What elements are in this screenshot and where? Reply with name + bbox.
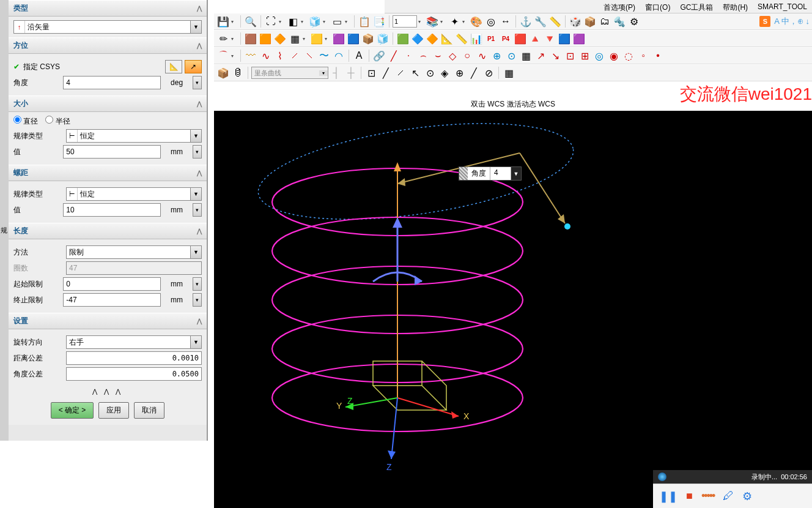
sketch-icon[interactable]: ✏ <box>216 32 230 45</box>
radius-radio[interactable]: 半径 <box>45 116 70 127</box>
menu-preferences[interactable]: 首选项(P) <box>599 0 640 13</box>
palette-icon[interactable]: 🎨 <box>470 15 483 28</box>
snap2-icon[interactable]: ╱ <box>379 66 393 80</box>
arc1-icon[interactable]: ⌢ <box>416 49 430 62</box>
more5-icon[interactable]: ↘ <box>548 49 562 62</box>
curve-type-combo[interactable]: 里条曲线▾ <box>251 67 328 79</box>
cube-icon[interactable]: 🧊 <box>308 15 322 28</box>
snap5-icon[interactable]: ⊙ <box>423 66 437 80</box>
circ3-icon[interactable]: ◉ <box>607 49 621 62</box>
end-stepper[interactable]: ▾ <box>193 293 202 307</box>
poly-icon[interactable]: ◇ <box>446 49 459 62</box>
size-stepper[interactable]: ▾ <box>193 145 202 159</box>
more1-icon[interactable]: ⊕ <box>490 49 503 62</box>
ext2-icon[interactable]: 🟧 <box>259 32 272 45</box>
pitch-value-input[interactable] <box>63 203 161 217</box>
search-icon[interactable]: 🔍 <box>244 15 257 28</box>
section-orient-header[interactable]: 方位⋀ <box>9 37 207 54</box>
layers-icon[interactable]: 📑 <box>372 15 386 28</box>
feat5-icon[interactable]: 🧊 <box>376 32 389 45</box>
grid-icon[interactable]: ▦ <box>288 32 301 45</box>
annot-value[interactable]: 4 <box>490 167 511 180</box>
spl-icon[interactable]: ∿ <box>475 49 489 62</box>
grid2-icon[interactable]: ▦ <box>502 66 515 80</box>
surf6-icon[interactable]: 📊 <box>470 32 483 45</box>
cube2-icon[interactable]: 🎲 <box>569 15 582 28</box>
menu-help[interactable]: 帮助(H) <box>718 0 753 13</box>
section-settings-header[interactable]: 设置⋀ <box>9 313 207 329</box>
length-method-combo[interactable]: 限制 ▼ <box>66 245 202 259</box>
rotation-combo[interactable]: 右手 ▼ <box>66 335 202 349</box>
target-icon[interactable]: ◎ <box>484 15 498 28</box>
section-size-header[interactable]: 大小⋀ <box>9 95 207 112</box>
ext3-icon[interactable]: 🔶 <box>273 32 287 45</box>
section-length-header[interactable]: 长度⋀ <box>9 223 207 239</box>
cyl-icon[interactable]: 🛢 <box>231 66 245 80</box>
surf2-icon[interactable]: 🔷 <box>411 32 424 45</box>
menu-smarttool[interactable]: SMART_TOOL <box>753 0 812 13</box>
circ2-icon[interactable]: ◎ <box>592 49 606 62</box>
surf9-icon[interactable]: 🔻 <box>543 32 556 45</box>
circ5-icon[interactable]: ◦ <box>637 49 650 62</box>
stop-button[interactable]: ■ <box>686 490 693 502</box>
settings-icon[interactable]: ⚙ <box>742 490 752 503</box>
ok-button[interactable]: < 确定 > <box>51 402 94 419</box>
annot-dropdown[interactable]: ▼ <box>511 167 521 180</box>
misc2-icon[interactable]: ⚙ <box>627 15 641 28</box>
shade-icon[interactable]: ◧ <box>286 15 300 28</box>
surf3-icon[interactable]: 🔶 <box>426 32 439 45</box>
end-limit-input[interactable] <box>63 293 161 307</box>
curve2-icon[interactable]: 〰 <box>244 49 257 62</box>
surf1-icon[interactable]: 🟩 <box>396 32 410 45</box>
circ6-icon[interactable]: • <box>651 49 665 62</box>
p1-icon[interactable]: P1 <box>484 32 498 45</box>
section-pitch-header[interactable]: 螺距⋀ <box>9 165 207 181</box>
surf11-icon[interactable]: 🟪 <box>572 32 586 45</box>
line-icon[interactable]: ╱ <box>387 49 400 62</box>
pause-button[interactable]: ❚❚ <box>659 490 677 503</box>
curve1-icon[interactable]: ⌒ <box>216 49 230 62</box>
layer-number-input[interactable] <box>393 15 417 28</box>
curve8-icon[interactable]: ◠ <box>332 49 345 62</box>
ruler-icon[interactable]: 📏 <box>548 15 562 28</box>
arc2-icon[interactable]: ⌣ <box>431 49 445 62</box>
circ1-icon[interactable]: ○ <box>460 49 474 62</box>
start-stepper[interactable]: ▾ <box>193 277 202 291</box>
curve5-icon[interactable]: ⟋ <box>288 49 301 62</box>
link-icon[interactable]: 🔗 <box>372 49 386 62</box>
size-law-combo[interactable]: ⊢ 恒定 ▼ <box>66 129 202 143</box>
cube3-icon[interactable]: 📦 <box>583 15 597 28</box>
surf4-icon[interactable]: 📐 <box>440 32 454 45</box>
save-icon[interactable]: 💾 <box>216 15 230 28</box>
feat2-icon[interactable]: 🟪 <box>332 32 345 45</box>
curve3-icon[interactable]: ∿ <box>259 49 272 62</box>
csys-construct-button[interactable]: ↗ <box>185 60 202 73</box>
box-icon[interactable]: 📦 <box>216 66 230 80</box>
more7-icon[interactable]: ⊞ <box>578 49 591 62</box>
grip-icon[interactable] <box>459 167 468 180</box>
tool1-icon[interactable]: 🔧 <box>534 15 547 28</box>
snap9-icon[interactable]: ⊘ <box>482 66 495 80</box>
move-icon[interactable]: ↔ <box>499 15 512 28</box>
axis-icon[interactable]: ✦ <box>448 15 461 28</box>
snap8-icon[interactable]: ╱ <box>467 66 481 80</box>
snap6-icon[interactable]: ◈ <box>438 66 451 80</box>
book-icon[interactable]: 📚 <box>426 15 439 28</box>
marker-icon[interactable]: 🖊 <box>723 490 734 502</box>
p4-icon[interactable]: P4 <box>499 32 512 45</box>
apply-button[interactable]: 应用 <box>98 402 129 419</box>
pt-icon[interactable]: · <box>402 49 415 62</box>
collapse-handle[interactable]: ⋀ ⋀ ⋀ <box>9 387 207 396</box>
angle-stepper[interactable]: ▾ <box>193 76 202 89</box>
curve6-icon[interactable]: ⟍ <box>303 49 316 62</box>
size-value-input[interactable] <box>63 145 161 159</box>
feat1-icon[interactable]: 🟨 <box>310 32 323 45</box>
ext1-icon[interactable]: 🟫 <box>244 32 257 45</box>
surf7-icon[interactable]: 🟥 <box>514 32 527 45</box>
surf10-icon[interactable]: 🟦 <box>558 32 571 45</box>
snap1-icon[interactable]: ⊡ <box>364 66 378 80</box>
surf5-icon[interactable]: 📏 <box>455 32 468 45</box>
snap7-icon[interactable]: ⊕ <box>452 66 466 80</box>
curve4-icon[interactable]: ⌇ <box>273 49 287 62</box>
type-combo[interactable]: ↑ 沿矢量 ▼ <box>13 20 202 34</box>
